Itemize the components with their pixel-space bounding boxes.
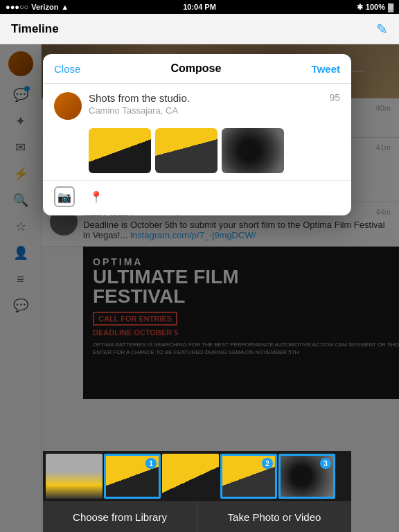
camera-button[interactable]: 📷 [54, 186, 75, 207]
char-count: 95 [329, 92, 340, 120]
compose-toolbar: 📷 📍 [43, 180, 351, 215]
status-bar: ●●●○○ Verizon ▲ 10:04 PM ✱ 100% ▓ [0, 0, 399, 14]
carrier-label: Verizon [31, 3, 58, 11]
photo-thumb[interactable]: 2 [220, 454, 277, 499]
selection-badge: 2 [262, 458, 273, 469]
status-left: ●●●○○ Verizon ▲ [6, 3, 69, 11]
compose-preview-1 [89, 128, 151, 173]
tweet-button[interactable]: Tweet [312, 63, 340, 75]
compose-image-previews [43, 128, 351, 180]
compose-avatar [54, 92, 82, 120]
compose-preview-3 [222, 128, 284, 173]
edit-icon[interactable]: ✎ [376, 21, 388, 37]
take-photo-video-button[interactable]: Take Photo or Video [197, 502, 351, 532]
bluetooth-icon: ✱ [357, 3, 363, 12]
status-time: 10:04 PM [183, 3, 216, 11]
photo-thumb[interactable] [46, 454, 103, 499]
selection-badge: 3 [320, 458, 331, 469]
location-button[interactable]: 📍 [86, 186, 107, 207]
photo-thumb[interactable]: 3 [278, 454, 335, 499]
compose-body: Shots from the studio. Camino Tassajara,… [43, 84, 351, 128]
compose-location: Camino Tassajara, CA [89, 105, 322, 116]
nav-title: Timeline [11, 22, 59, 36]
photo-strip: 1 2 3 [43, 451, 351, 502]
compose-text-area[interactable]: Shots from the studio. Camino Tassajara,… [89, 92, 322, 120]
photo-thumb[interactable] [162, 454, 219, 499]
photo-picker-buttons: Choose from Library Take Photo or Video [43, 502, 351, 532]
battery-label: 100% [366, 3, 385, 11]
battery-icon: ▓ [388, 3, 393, 11]
compose-text: Shots from the studio. [89, 92, 322, 104]
compose-dialog: Close Compose Tweet Shots from the studi… [43, 54, 351, 215]
compose-title: Compose [171, 62, 222, 75]
status-right: ✱ 100% ▓ [357, 3, 393, 12]
compose-header: Close Compose Tweet [43, 54, 351, 84]
nav-bar: Timeline ✎ [0, 14, 399, 44]
selection-badge: 1 [145, 458, 157, 469]
choose-from-library-button[interactable]: Choose from Library [43, 502, 197, 532]
photo-thumb[interactable]: 1 [104, 454, 161, 499]
wifi-icon: ▲ [61, 3, 69, 11]
signal-dots: ●●●○○ [6, 3, 28, 11]
location-icon: 📍 [89, 190, 103, 204]
photo-picker: 1 2 3 Choose from Library Take Photo or … [43, 451, 351, 532]
close-button[interactable]: Close [54, 63, 80, 75]
compose-preview-2 [155, 128, 218, 173]
camera-icon: 📷 [57, 190, 71, 204]
